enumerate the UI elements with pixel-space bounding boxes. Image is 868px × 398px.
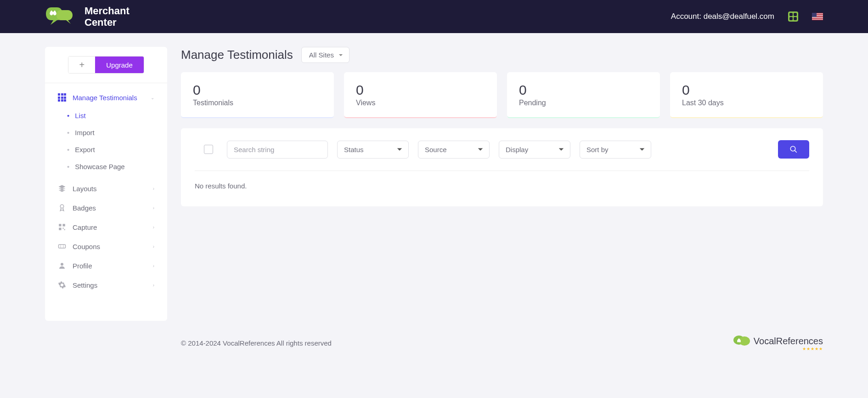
subnav-list[interactable]: List — [45, 107, 167, 124]
sidebar-nav: Manage Testimonials ⌄ List Import Export… — [45, 83, 167, 299]
stats-row: 0 Testimonials 0 Views 0 Pending 0 Last … — [181, 72, 823, 118]
nav-settings[interactable]: Settings › — [45, 275, 167, 295]
svg-rect-1 — [59, 224, 61, 226]
nav-label: Layouts — [73, 185, 153, 193]
nav-badges[interactable]: Badges › — [45, 198, 167, 217]
no-results-message: No results found. — [195, 171, 809, 194]
qr-icon — [58, 223, 66, 231]
stat-testimonials: 0 Testimonials — [181, 72, 334, 118]
subnav-export[interactable]: Export — [45, 141, 167, 158]
svg-point-0 — [60, 205, 64, 208]
nav-profile[interactable]: Profile › — [45, 256, 167, 275]
chevron-right-icon: › — [153, 283, 154, 288]
svg-rect-3 — [59, 228, 61, 230]
topbar-right: Account: deals@dealfuel.com — [671, 11, 823, 22]
sidebar-actions: + Upgrade — [45, 47, 167, 83]
nav-label: Manage Testimonials — [73, 94, 151, 102]
stat-label: Pending — [519, 99, 648, 107]
add-button[interactable]: + — [68, 57, 95, 73]
svg-point-7 — [61, 263, 63, 266]
footer-logo-icon — [733, 335, 751, 347]
topbar: Merchant Center Account: deals@dealfuel.… — [0, 0, 868, 33]
nav-coupons[interactable]: Coupons › — [45, 237, 167, 256]
layers-icon — [58, 184, 66, 193]
nav-label: Badges — [73, 204, 153, 212]
svg-rect-2 — [63, 224, 65, 226]
svg-rect-5 — [64, 229, 65, 230]
grid-icon — [58, 93, 66, 102]
stat-pending: 0 Pending — [507, 72, 660, 118]
account-label: Account: deals@dealfuel.com — [671, 12, 774, 21]
logo-icon — [45, 6, 78, 28]
sort-select[interactable]: Sort by — [580, 141, 651, 159]
page-header: Manage Testimonials All Sites — [181, 47, 823, 63]
status-select[interactable]: Status — [337, 141, 409, 159]
apps-button[interactable] — [788, 11, 798, 22]
stat-value: 0 — [519, 82, 648, 98]
stat-value: 0 — [682, 82, 811, 98]
subnav-showcase[interactable]: Showcase Page — [45, 158, 167, 175]
logo[interactable]: Merchant Center — [45, 5, 130, 28]
nav-capture[interactable]: Capture › — [45, 217, 167, 237]
select-all-checkbox[interactable] — [204, 145, 213, 154]
ticket-icon — [58, 242, 66, 250]
subnav-manage-testimonials: List Import Export Showcase Page — [45, 107, 167, 179]
nav-label: Coupons — [73, 243, 153, 250]
stat-label: Last 30 days — [682, 99, 811, 107]
chevron-right-icon: › — [153, 244, 154, 249]
search-input[interactable] — [227, 141, 328, 159]
nav-label: Settings — [73, 281, 153, 289]
award-icon — [58, 204, 66, 212]
subnav-import[interactable]: Import — [45, 124, 167, 141]
source-select[interactable]: Source — [418, 141, 490, 159]
svg-line-9 — [795, 150, 797, 153]
chevron-down-icon: ⌄ — [151, 95, 154, 100]
site-select[interactable]: All Sites — [301, 47, 349, 63]
logo-text: Merchant Center — [85, 5, 130, 28]
chevron-right-icon: › — [153, 263, 154, 268]
upgrade-button[interactable]: Upgrade — [95, 57, 144, 73]
stat-label: Testimonials — [193, 99, 322, 107]
language-flag-icon[interactable] — [812, 13, 823, 20]
svg-rect-4 — [63, 228, 64, 229]
chevron-right-icon: › — [153, 205, 154, 210]
svg-point-8 — [790, 146, 795, 151]
main-content: Manage Testimonials All Sites 0 Testimon… — [181, 47, 823, 206]
filter-panel: Status Source Display Sort by No results… — [181, 128, 823, 206]
stat-value: 0 — [193, 82, 322, 98]
stat-label: Views — [356, 99, 485, 107]
stat-views: 0 Views — [344, 72, 497, 118]
footer: © 2014-2024 VocalReferences All rights r… — [0, 321, 868, 360]
search-button[interactable] — [778, 140, 809, 159]
nav-label: Profile — [73, 262, 153, 270]
footer-logo-text: VocalReferences — [754, 336, 823, 347]
chevron-right-icon: › — [153, 186, 154, 191]
nav-label: Capture — [73, 223, 153, 231]
copyright: © 2014-2024 VocalReferences All rights r… — [181, 339, 332, 347]
chevron-right-icon: › — [153, 225, 154, 230]
gear-icon — [58, 281, 66, 289]
display-select[interactable]: Display — [499, 141, 570, 159]
nav-layouts[interactable]: Layouts › — [45, 179, 167, 198]
page-title: Manage Testimonials — [181, 48, 293, 62]
svg-rect-6 — [59, 244, 66, 248]
stat-last30: 0 Last 30 days — [670, 72, 823, 118]
nav-manage-testimonials[interactable]: Manage Testimonials ⌄ — [45, 88, 167, 107]
user-icon — [58, 262, 66, 270]
footer-brand: VocalReferences ★★★★★ — [733, 335, 823, 351]
sidebar: + Upgrade Manage Testimonials ⌄ List Imp… — [45, 47, 167, 321]
stat-value: 0 — [356, 82, 485, 98]
search-icon — [789, 145, 798, 154]
filter-row: Status Source Display Sort by — [195, 140, 809, 171]
